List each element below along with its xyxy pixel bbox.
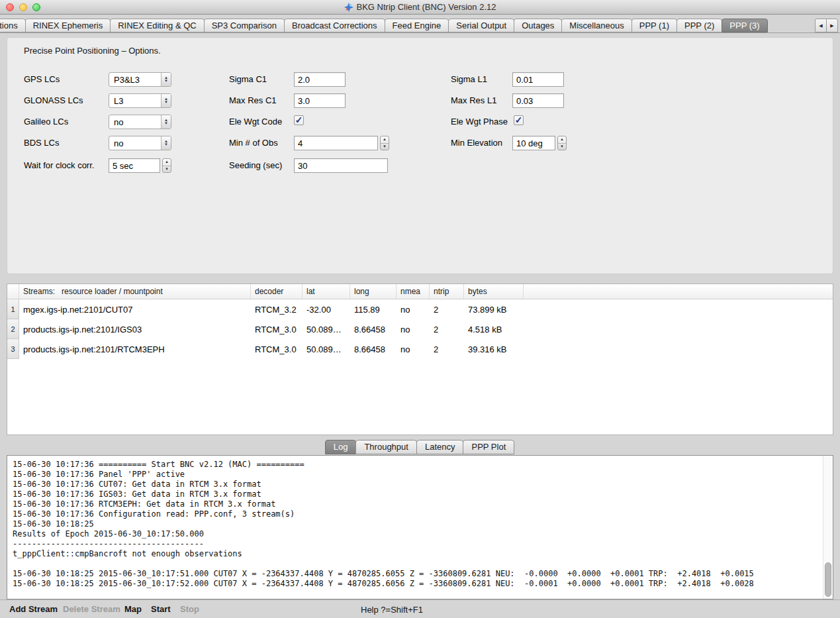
min-obs-stepper[interactable]: ▲ ▼ [380,136,389,150]
stream-row[interactable]: 1mgex.igs-ip.net:2101/CUT07RTCM_3.2-32.0… [7,299,833,319]
log-content[interactable]: 15-06-30 10:17:36 ========== Start BNC v… [7,456,823,599]
sigma-c1-input[interactable] [294,72,346,87]
galileo-lcs-select[interactable]: no ▲▼ [109,115,171,129]
combo-updown-icon: ▲▼ [161,94,171,107]
log-line: 15-06-30 10:18:25 [13,519,817,529]
streams-body: 1mgex.igs-ip.net:2101/CUT07RTCM_3.2-32.0… [7,299,833,359]
stepper-up-icon[interactable]: ▲ [381,136,389,143]
col-lat[interactable]: lat [303,284,350,299]
traffic-lights [6,3,40,11]
min-elevation-input[interactable] [512,136,555,150]
status-bar: Help ?=Shift+F1 Add StreamDelete StreamM… [0,599,840,618]
ele-wgt-phase-checkbox[interactable]: ✓ [514,115,524,125]
titlebar: BKG Ntrip Client (BNC) Version 2.12 [0,0,840,15]
stepper-up-icon[interactable]: ▲ [163,159,171,166]
cell-mountpoint: mgex.igs-ip.net:2101/CUT07 [19,299,251,319]
check-icon: ✓ [515,115,523,125]
view-tabs: LogThroughputLatencyPPP Plot [0,440,840,454]
cell-long: 8.66458 [350,339,397,359]
tab-outages[interactable]: Outages [514,19,562,32]
zoom-button[interactable] [32,3,40,11]
start-button[interactable]: Start [151,604,171,614]
tab-sp3-comparison[interactable]: SP3 Comparison [204,19,285,32]
tab-ppp-2[interactable]: PPP (2) [677,19,722,32]
tab-scroll-right-button[interactable]: ▶ [826,19,838,32]
seeding-input[interactable] [294,158,388,173]
tab-bar: ationsRINEX EphemerisRINEX Editing & QCS… [0,15,840,33]
map-button[interactable]: Map [124,604,142,614]
log-line: 15-06-30 10:17:36 IGS03: Get data in RTC… [13,489,817,499]
tab-rinex-ephemeris[interactable]: RINEX Ephemeris [25,19,111,32]
col-bytes[interactable]: bytes [464,284,524,299]
tab-rinex-editing-qc[interactable]: RINEX Editing & QC [110,19,205,32]
log-scrollbar[interactable] [823,456,833,599]
view-tab-log[interactable]: Log [325,440,357,454]
cell-filler [524,339,833,359]
log-line [13,559,817,569]
log-line: 15-06-30 10:17:36 ========== Start BNC v… [13,460,817,470]
galileo-lcs-value: no [109,117,161,127]
cell-ntrip: 2 [430,299,464,319]
add-stream-button[interactable]: Add Stream [9,604,58,614]
cell-long: 8.66458 [350,319,397,339]
cell-ntrip: 2 [430,319,464,339]
stream-row[interactable]: 2products.igs-ip.net:2101/IGS03RTCM_3.05… [7,319,833,339]
cell-decoder: RTCM_3.2 [251,299,303,319]
min-elevation-stepper[interactable]: ▲ ▼ [557,136,567,150]
col-filler [524,284,833,299]
bds-lcs-select[interactable]: no ▲▼ [109,136,171,150]
max-res-l1-label: Max Res L1 [451,95,496,105]
combo-updown-icon: ▲▼ [161,136,171,150]
max-res-l1-input[interactable] [512,93,564,108]
tab-scroll-left-button[interactable]: ◀ [815,19,827,32]
col-mountpoint[interactable]: Streams: resource loader / mountpoint [19,284,251,299]
tab-serial-output[interactable]: Serial Output [448,19,514,32]
close-button[interactable] [6,3,14,11]
help-shortcut-label: Help ?=Shift+F1 [361,605,423,615]
stepper-down-icon[interactable]: ▼ [381,143,389,150]
stream-row[interactable]: 3products.igs-ip.net:2101/RTCM3EPHRTCM_3… [7,339,833,359]
panel-title: Precise Point Positioning – Options. [24,46,161,56]
minimize-button[interactable] [19,3,27,11]
stepper-down-icon[interactable]: ▼ [163,166,171,173]
min-obs-input[interactable] [294,136,378,150]
cell-decoder: RTCM_3.0 [251,339,303,359]
stepper-down-icon[interactable]: ▼ [558,143,566,150]
cell-nmea: no [397,319,430,339]
col-nmea[interactable]: nmea [397,284,430,299]
view-tab-latency[interactable]: Latency [416,440,464,454]
log-line: Results of Epoch 2015-06-30_10:17:50.000 [13,529,817,539]
cell-long: 115.89 [350,299,397,319]
tab-ations[interactable]: ations [0,19,26,32]
wait-clock-input[interactable] [109,158,160,173]
max-res-c1-input[interactable] [294,93,346,108]
log-scrollbar-thumb[interactable] [825,562,831,597]
stepper-up-icon[interactable]: ▲ [558,136,566,143]
view-tab-throughput[interactable]: Throughput [355,440,417,454]
cell-nmea: no [397,299,430,319]
streams-table: Streams: resource loader / mountpoint de… [7,283,833,435]
app-icon [344,3,353,12]
col-row-number [7,284,19,299]
tab-feed-engine[interactable]: Feed Engine [385,19,449,32]
col-long[interactable]: long [350,284,397,299]
combo-updown-icon: ▲▼ [161,73,171,86]
min-elevation-label: Min Elevation [451,138,502,148]
wait-clock-stepper[interactable]: ▲ ▼ [162,158,171,173]
tab-ppp-3[interactable]: PPP (3) [722,19,767,32]
cell-bytes: 73.899 kB [464,299,524,319]
tab-miscellaneous[interactable]: Miscellaneous [561,19,631,32]
tab-ppp-1[interactable]: PPP (1) [631,19,677,32]
row-number: 1 [7,299,19,319]
gps-lcs-select[interactable]: P3&L3 ▲▼ [109,72,171,87]
col-decoder[interactable]: decoder [251,284,303,299]
view-tab-ppp-plot[interactable]: PPP Plot [463,440,514,454]
tab-scroll-arrows: ◀ ▶ [816,19,840,32]
ele-wgt-code-checkbox[interactable]: ✓ [294,115,304,125]
bnc-window: BKG Ntrip Client (BNC) Version 2.12 atio… [0,0,840,618]
sigma-l1-input[interactable] [512,72,564,87]
tab-broadcast-corrections[interactable]: Broadcast Corrections [284,19,385,32]
col-ntrip[interactable]: ntrip [430,284,464,299]
glonass-lcs-select[interactable]: L3 ▲▼ [109,93,171,108]
max-res-c1-label: Max Res C1 [229,95,277,105]
